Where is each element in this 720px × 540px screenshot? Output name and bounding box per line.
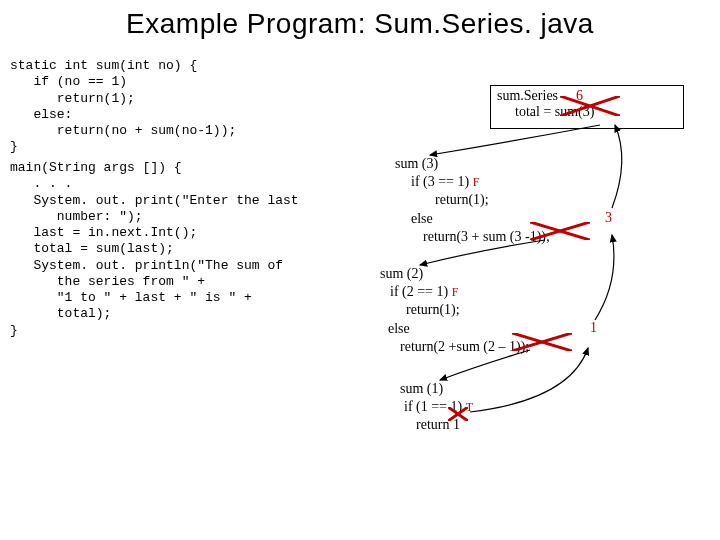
trace2-ret1: return(1); [380,301,529,319]
trace3-ret1: return(1); [395,191,550,209]
trace-sum1: sum (1) if (1 == 1) T return 1 [400,380,473,435]
box-result: 6 [576,88,583,104]
trace3-tf: F [473,175,480,189]
call-box: sum.Series 6 total = sum(3) [490,85,684,129]
trace3-val: 3 [605,210,612,226]
trace-sum3: sum (3) if (3 == 1) F return(1); else re… [395,155,550,246]
trace-sum2: sum (2) if (2 == 1) F return(1); else re… [380,265,529,356]
slide-title: Example Program: Sum.Series. java [0,0,720,40]
code-main-function: main(String args []) { . . . System. out… [10,160,370,339]
trace3-ret: return(3 + sum (3 -1)); [395,228,550,246]
trace1-call: sum (1) [400,380,473,398]
box-label: sum.Series [497,88,558,103]
trace2-cond: if (2 == 1) [390,284,448,299]
trace2-ret: return(2 +sum (2 – 1)); [380,338,529,356]
trace3-else: else [395,210,550,228]
box-expr: total = sum(3) [497,104,594,119]
trace1-tf: T [466,400,473,414]
trace2-call: sum (2) [380,265,529,283]
trace2-tf: F [452,285,459,299]
trace3-cond: if (3 == 1) [411,174,469,189]
trace3-call: sum (3) [395,155,550,173]
code-sum-function: static int sum(int no) { if (no == 1) re… [10,58,370,156]
trace2-else: else [380,320,529,338]
trace1-ret: return 1 [400,416,473,434]
trace2-val: 1 [590,320,597,336]
trace1-cond: if (1 == 1) [404,399,462,414]
